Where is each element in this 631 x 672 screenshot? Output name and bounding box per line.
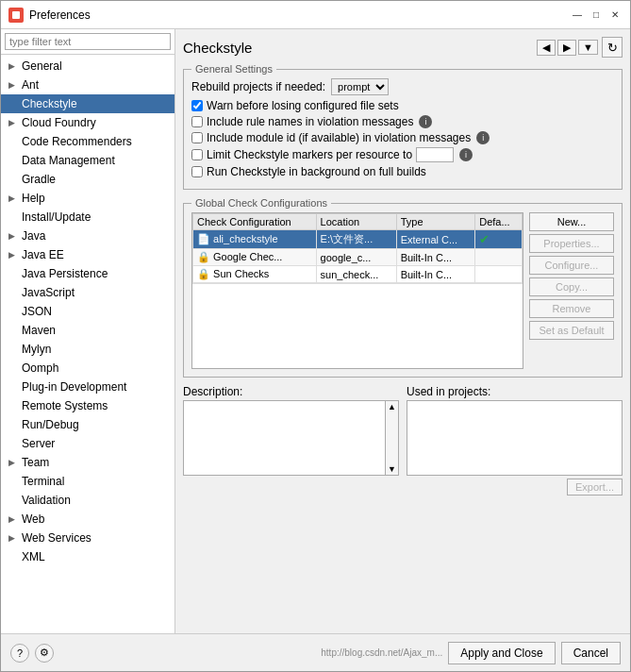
cb1-label: Warn before losing configured file sets: [207, 99, 399, 112]
cell-name: 📄 ali_checkstyle: [193, 230, 317, 249]
sidebar-item-javascript[interactable]: JavaScript: [1, 283, 174, 302]
sidebar-label: Web Services: [22, 531, 91, 545]
sidebar-label: Terminal: [22, 475, 64, 488]
cell-location: E:\文件资...: [316, 230, 396, 249]
set-as-default-button[interactable]: Set as Default: [529, 321, 614, 340]
sidebar-label: Maven: [22, 324, 56, 337]
table-row[interactable]: 🔒 Google Chec... google_c... Built-In C.…: [193, 249, 523, 266]
sidebar-arrow: ▶: [8, 458, 18, 467]
sidebar-arrow: ▶: [8, 61, 18, 71]
bottom-bar: ? ⚙ http://blog.csdn.net/Ajax_m... Apply…: [1, 633, 630, 671]
maximize-button[interactable]: □: [589, 8, 604, 23]
description-scrollbar[interactable]: ▲ ▼: [386, 400, 399, 476]
cb4-info-icon: i: [459, 148, 473, 161]
sidebar-item-server[interactable]: Server: [1, 434, 174, 453]
check-config-table-container: Check Configuration Location Type Defa..…: [191, 212, 523, 369]
col-default: Defa...: [475, 214, 523, 230]
sidebar-item-install/update[interactable]: Install/Update: [1, 208, 174, 227]
remove-button[interactable]: Remove: [529, 299, 614, 318]
nav-back-button[interactable]: ◀: [537, 40, 556, 56]
cancel-button[interactable]: Cancel: [561, 642, 621, 664]
scroll-up-arrow[interactable]: ▲: [388, 402, 396, 412]
nav-forward-button[interactable]: ▶: [557, 40, 576, 56]
apply-close-button[interactable]: Apply and Close: [448, 642, 555, 664]
sidebar-item-maven[interactable]: Maven: [1, 321, 174, 340]
close-button[interactable]: ✕: [607, 8, 623, 23]
cb1-checkbox[interactable]: [191, 100, 203, 111]
sidebar-item-help[interactable]: ▶Help: [1, 189, 174, 208]
check-config-table: Check Configuration Location Type Defa..…: [192, 213, 523, 283]
export-button[interactable]: Export...: [567, 479, 623, 496]
rebuild-row: Rebuild projects if needed: prompt alway…: [191, 78, 614, 95]
sidebar-label: Java EE: [22, 248, 64, 261]
filter-input[interactable]: [5, 33, 171, 50]
cb4-checkbox[interactable]: [191, 149, 203, 160]
limit-input[interactable]: 100: [416, 147, 454, 162]
help-button[interactable]: ?: [10, 644, 29, 663]
cb5-checkbox[interactable]: [191, 166, 203, 177]
sidebar-item-java[interactable]: ▶Java: [1, 227, 174, 245]
sidebar-item-java-ee[interactable]: ▶Java EE: [1, 245, 174, 264]
configure-button[interactable]: Configure...: [529, 256, 614, 275]
sidebar-item-xml[interactable]: XML: [1, 547, 174, 566]
sidebar-item-web[interactable]: ▶Web: [1, 510, 174, 529]
sidebar: ▶General▶AntCheckstyle▶Cloud FoundryCode…: [1, 29, 175, 633]
cb3-checkbox[interactable]: [191, 132, 203, 143]
copy-button[interactable]: Copy...: [529, 277, 614, 296]
cell-default: [475, 249, 523, 266]
sidebar-item-validation[interactable]: Validation: [1, 491, 174, 510]
sidebar-item-cloud-foundry[interactable]: ▶Cloud Foundry: [1, 113, 174, 132]
nav-dropdown-button[interactable]: ▼: [578, 40, 598, 55]
window-title: Preferences: [29, 8, 570, 22]
sidebar-item-ant[interactable]: ▶Ant: [1, 76, 174, 94]
sidebar-item-remote-systems[interactable]: Remote Systems: [1, 396, 174, 415]
sidebar-label: Code Recommenders: [22, 135, 132, 148]
new-button[interactable]: New...: [529, 212, 614, 231]
rebuild-select[interactable]: prompt always never: [331, 78, 389, 95]
minimize-button[interactable]: —: [570, 8, 585, 23]
global-check-group: Global Check Configurations Check Config…: [183, 197, 623, 378]
lock-icon: 🔒: [197, 268, 210, 279]
refresh-button[interactable]: ↻: [602, 37, 623, 58]
description-section: Description: ▲ ▼: [183, 385, 399, 496]
col-location: Location: [316, 214, 396, 230]
sidebar-label: Run/Debug: [22, 418, 79, 431]
sidebar-label: XML: [22, 550, 45, 563]
sidebar-label: General: [22, 59, 62, 73]
general-settings-group: General Settings Rebuild projects if nee…: [183, 63, 623, 190]
sidebar-item-code-recommenders[interactable]: Code Recommenders: [1, 132, 174, 151]
sidebar-label: Data Management: [22, 154, 115, 167]
sidebar-item-team[interactable]: ▶Team: [1, 453, 174, 472]
sidebar-label: Web: [22, 512, 44, 526]
cell-location: google_c...: [316, 249, 396, 266]
description-content: [183, 400, 386, 476]
sidebar-item-general[interactable]: ▶General: [1, 57, 174, 76]
sidebar-item-web-services[interactable]: ▶Web Services: [1, 529, 174, 547]
description-area: ▲ ▼: [183, 400, 399, 476]
settings-button[interactable]: ⚙: [35, 644, 54, 663]
sidebar-label: Gradle: [22, 173, 56, 186]
sidebar-item-mylyn[interactable]: Mylyn: [1, 340, 174, 359]
sidebar-item-terminal[interactable]: Terminal: [1, 472, 174, 491]
table-row[interactable]: 🔒 Sun Checks sun_check... Built-In C...: [193, 266, 523, 283]
cb2-checkbox[interactable]: [191, 116, 203, 127]
sidebar-item-json[interactable]: JSON: [1, 302, 174, 321]
sidebar-item-data-management[interactable]: Data Management: [1, 151, 174, 170]
sidebar-item-checkstyle[interactable]: Checkstyle: [1, 94, 174, 113]
cell-type: Built-In C...: [396, 249, 475, 266]
scroll-down-arrow[interactable]: ▼: [388, 464, 396, 474]
sidebar-item-java-persistence[interactable]: Java Persistence: [1, 264, 174, 283]
sidebar-item-gradle[interactable]: Gradle: [1, 170, 174, 189]
sidebar-label: Cloud Foundry: [22, 116, 96, 129]
cell-name: 🔒 Sun Checks: [193, 266, 317, 283]
doc-icon: 📄: [197, 233, 210, 244]
table-row[interactable]: 📄 ali_checkstyle E:\文件资... External C...…: [193, 230, 523, 249]
main-panel: Checkstyle ◀ ▶ ▼ ↻ General Settings Rebu…: [175, 29, 630, 633]
cb3-label: Include module id (if available) in viol…: [207, 131, 471, 144]
sidebar-item-oomph[interactable]: Oomph: [1, 359, 174, 378]
title-bar: Preferences — □ ✕: [1, 1, 630, 29]
sidebar-item-plug-in-development[interactable]: Plug-in Development: [1, 378, 174, 396]
sidebar-item-run/debug[interactable]: Run/Debug: [1, 415, 174, 434]
cell-location: sun_check...: [316, 266, 396, 283]
properties-button[interactable]: Properties...: [529, 234, 614, 253]
